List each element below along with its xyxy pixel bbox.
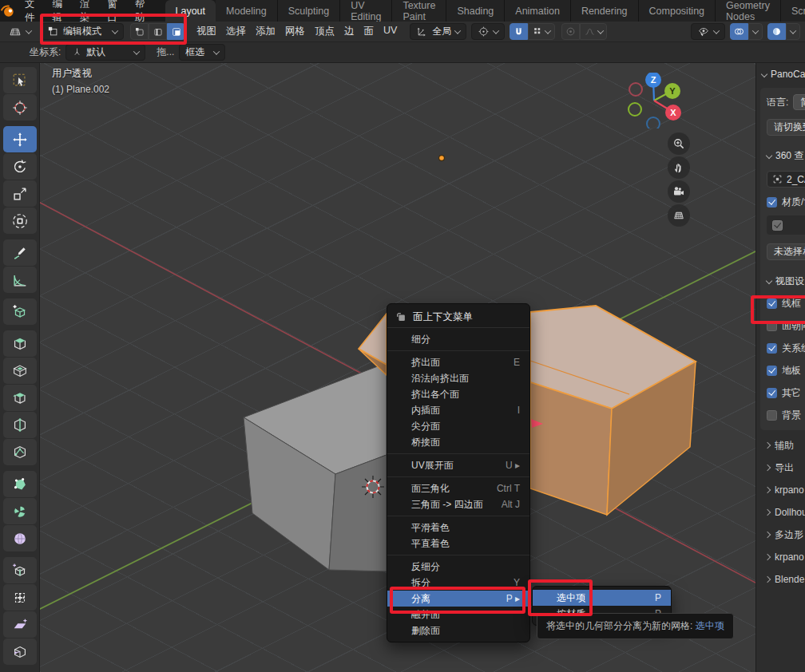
tab-layout[interactable]: Layout xyxy=(165,0,216,22)
tab-sculpting[interactable]: Sculpting xyxy=(278,0,340,22)
checkbox-checked[interactable] xyxy=(767,298,777,309)
viewport-menu-7[interactable]: UV xyxy=(379,25,402,38)
proportional-falloff-dropdown[interactable] xyxy=(580,23,607,40)
menu-item-20[interactable]: 融并面 xyxy=(387,607,529,623)
tool-shrink-fatten-button[interactable] xyxy=(3,584,37,611)
view-check-1[interactable]: 面朝向 xyxy=(767,318,805,333)
camera-object-field[interactable]: 2_CAM xyxy=(767,171,805,188)
tool-extrude-region-button[interactable] xyxy=(3,330,37,357)
pan-button[interactable] xyxy=(668,156,690,179)
camera-view-button[interactable] xyxy=(668,180,690,203)
viewport-menu-0[interactable]: 视图 xyxy=(192,25,221,38)
viewport-menu-3[interactable]: 网格 xyxy=(280,25,310,38)
collapsed-section-1[interactable]: 导出 xyxy=(765,461,805,475)
vertex-select-mode-button[interactable] xyxy=(130,23,149,40)
menu-item-17[interactable]: 反细分 xyxy=(387,559,529,575)
tool-poly-build-button[interactable] xyxy=(3,471,37,497)
checkbox-checked[interactable] xyxy=(767,343,777,354)
section-360-view[interactable]: 360 查 xyxy=(767,148,805,163)
checkbox-checked[interactable] xyxy=(767,388,777,398)
menu-item-5[interactable]: 内插面I xyxy=(387,402,529,418)
collapsed-section-4[interactable]: 多边形 xyxy=(765,528,805,542)
tab-animation[interactable]: Animation xyxy=(505,0,571,22)
tool-edge-slide-button[interactable] xyxy=(3,557,37,583)
tab-rendering[interactable]: Rendering xyxy=(571,0,639,22)
view-check-3[interactable]: 地板 xyxy=(767,363,805,378)
checkbox-checked[interactable] xyxy=(767,197,777,208)
tool-smooth-button[interactable] xyxy=(3,525,37,551)
transform-orientation-dropdown[interactable]: 全局 xyxy=(410,23,466,40)
shading-mode-button[interactable] xyxy=(767,23,786,40)
tab-uv-editing[interactable]: UV Editing xyxy=(340,0,392,22)
tab-modeling[interactable]: Modeling xyxy=(216,0,278,22)
collapsed-section-0[interactable]: 辅助 xyxy=(765,438,805,453)
tab-geometry-nodes[interactable]: Geometry Nodes xyxy=(716,0,781,22)
menu-item-0[interactable]: 细分 xyxy=(387,331,529,347)
viewport-menu-6[interactable]: 面 xyxy=(359,25,379,38)
tool-cursor-button[interactable] xyxy=(3,94,37,121)
gray-box-object[interactable] xyxy=(244,365,387,571)
tab-texture-paint[interactable]: Texture Paint xyxy=(392,0,446,22)
face-select-mode-button[interactable] xyxy=(167,23,185,40)
view-check-5[interactable]: 背景 xyxy=(767,408,805,422)
menu-item-19[interactable]: 分离P ▸ xyxy=(387,591,529,607)
snap-toggle-button[interactable] xyxy=(510,23,528,40)
menu-item-21[interactable]: 删除面 xyxy=(387,623,529,638)
checkbox-unchecked[interactable] xyxy=(767,321,777,331)
tool-add-cube-button[interactable] xyxy=(3,298,37,325)
gizmo-neg-y-ball[interactable] xyxy=(629,103,641,116)
show-overlays-button[interactable] xyxy=(730,23,748,40)
shading-dropdown[interactable] xyxy=(786,23,800,40)
menu-item-15[interactable]: 平直着色 xyxy=(387,536,529,551)
coordinate-system-dropdown[interactable]: 默认 xyxy=(65,44,145,61)
section-view-settings[interactable]: 视图设 xyxy=(767,274,805,288)
viewport-menu-4[interactable]: 顶点 xyxy=(310,25,339,38)
checkbox-gray-checked[interactable] xyxy=(772,220,783,231)
view-check-4[interactable]: 其它 xyxy=(767,385,805,400)
menu-item-12[interactable]: 三角面 -> 四边面Alt J xyxy=(387,496,529,512)
menu-item-11[interactable]: 面三角化Ctrl T xyxy=(387,480,529,496)
proportional-editing-button[interactable] xyxy=(561,23,580,40)
gizmo-neg-x-ball[interactable] xyxy=(629,83,642,96)
menu-item-18[interactable]: 拆分Y xyxy=(387,575,529,591)
tool-spin-button[interactable] xyxy=(3,498,37,524)
mode-selector[interactable]: 编辑模式 xyxy=(41,23,124,40)
editor-type-button[interactable] xyxy=(5,23,34,40)
overlays-dropdown[interactable] xyxy=(748,23,763,40)
tab-compositing[interactable]: Compositing xyxy=(639,0,716,22)
tool-annotate-button[interactable] xyxy=(3,239,37,266)
menu-item-3[interactable]: 沿法向挤出面 xyxy=(387,370,529,386)
tool-shear-button[interactable] xyxy=(3,611,37,638)
tool-inset-faces-button[interactable] xyxy=(3,358,37,384)
topbar-menu-4[interactable]: 帮助 xyxy=(126,0,154,22)
tool-tweak-select-button[interactable] xyxy=(3,67,37,93)
menu-item-9[interactable]: UV展开面U ▸ xyxy=(387,457,529,473)
topbar-menu-0[interactable]: 文件 xyxy=(16,0,44,22)
menu-item-4[interactable]: 挤出各个面 xyxy=(387,386,529,402)
edge-select-mode-button[interactable] xyxy=(149,23,167,40)
tool-bevel-button[interactable] xyxy=(3,385,37,411)
zoom-button[interactable] xyxy=(668,132,690,155)
tool-rip-region-button[interactable] xyxy=(3,638,37,665)
collapsed-section-2[interactable]: krpano xyxy=(765,483,805,497)
tab-shading[interactable]: Shading xyxy=(446,0,505,22)
tab-scripting[interactable]: Scripting xyxy=(781,0,805,22)
tool-rotate-button[interactable] xyxy=(3,153,37,180)
topbar-menu-1[interactable]: 编辑 xyxy=(44,0,72,22)
menu-item-6[interactable]: 尖分面 xyxy=(387,418,529,434)
topbar-menu-2[interactable]: 渲染 xyxy=(71,0,99,22)
tool-move-button[interactable] xyxy=(3,126,37,152)
pivot-point-dropdown[interactable] xyxy=(471,23,505,40)
checkbox-checked[interactable] xyxy=(767,366,777,376)
select-tool-dropdown[interactable]: 框选 xyxy=(179,44,225,61)
topbar-menu-3[interactable]: 窗口 xyxy=(99,0,127,22)
view-check-0[interactable]: 线框 xyxy=(767,296,805,310)
collapsed-section-6[interactable]: Blende xyxy=(765,572,805,587)
menu-item-14[interactable]: 平滑着色 xyxy=(387,520,529,536)
navigation-gizmo[interactable]: Z Y X xyxy=(626,73,682,128)
tool-transform-button[interactable] xyxy=(3,208,37,234)
tool-scale-button[interactable] xyxy=(3,180,37,207)
perspective-toggle-button[interactable] xyxy=(668,204,690,227)
gizmo-neg-z-ball[interactable] xyxy=(647,117,660,128)
collapsed-section-5[interactable]: krpano xyxy=(765,550,805,564)
